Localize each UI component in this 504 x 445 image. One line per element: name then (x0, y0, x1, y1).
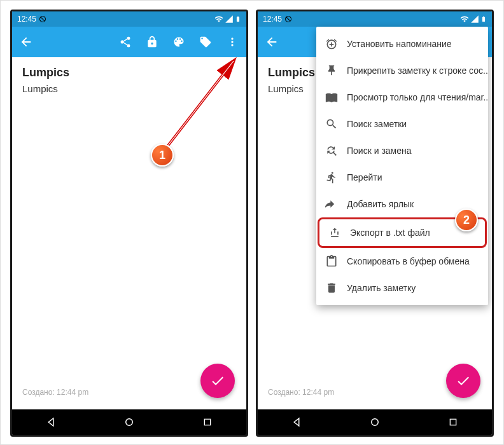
lock-button[interactable] (144, 34, 160, 50)
svg-rect-1 (204, 419, 210, 425)
status-bar: 12:45 (258, 11, 492, 27)
status-bar: 12:45 (12, 11, 246, 27)
menu-item-label: Удалить заметку (347, 283, 416, 293)
nav-recent[interactable] (445, 414, 461, 430)
search-icon (325, 118, 338, 130)
do-not-disturb-icon (284, 15, 292, 23)
save-fab[interactable] (446, 364, 480, 398)
menu-goto[interactable]: Перейти (316, 164, 488, 191)
menu-set-reminder[interactable]: Установить напоминание (316, 31, 488, 57)
overflow-menu-button[interactable] (225, 34, 240, 50)
menu-item-label: Экспорт в .txt файл (350, 228, 430, 238)
menu-item-label: Поиск и замена (347, 146, 412, 156)
do-not-disturb-icon (39, 15, 46, 23)
nav-back[interactable] (289, 414, 304, 430)
menu-item-label: Перейти (347, 172, 382, 182)
svg-line-3 (164, 61, 234, 151)
find-replace-icon (325, 144, 338, 157)
nav-recent[interactable] (200, 414, 215, 430)
menu-copy-clipboard[interactable]: Скопировать в буфер обмена (316, 248, 488, 275)
back-button[interactable] (264, 34, 279, 50)
menu-read-only[interactable]: Просмотр только для чтения/mar.. (316, 84, 488, 111)
svg-rect-5 (450, 419, 456, 425)
wifi-icon (214, 15, 223, 24)
nav-home[interactable] (122, 414, 137, 430)
phone-right: 12:45 Lumpics Lumpics Создано: 12:44 pm (256, 10, 494, 437)
annotation-badge-2: 2 (455, 209, 478, 231)
annotation-badge-1: 1 (151, 144, 174, 167)
menu-item-label: Поиск заметки (347, 119, 407, 129)
nav-bar (12, 409, 246, 435)
export-icon (328, 226, 341, 239)
signal-icon (225, 15, 234, 24)
share-button[interactable] (118, 34, 133, 50)
nav-bar (258, 409, 492, 435)
overflow-menu: Установить напоминание Прикрепить заметк… (316, 27, 488, 305)
run-icon (325, 171, 338, 184)
menu-delete-note[interactable]: Удалить заметку (316, 275, 488, 301)
battery-icon (480, 15, 487, 24)
save-fab[interactable] (200, 364, 235, 398)
status-time: 12:45 (17, 15, 36, 24)
menu-item-label: Прикрепить заметку к строке сос.. (347, 65, 488, 76)
battery-icon (235, 15, 241, 24)
clipboard-icon (325, 255, 338, 268)
palette-button[interactable] (171, 34, 186, 50)
status-time: 12:45 (263, 15, 282, 24)
book-icon (325, 91, 338, 104)
back-button[interactable] (18, 34, 34, 50)
menu-item-label: Добавить ярлык (347, 199, 414, 209)
menu-find-replace[interactable]: Поиск и замена (316, 137, 488, 164)
menu-item-label: Просмотр только для чтения/mar.. (347, 92, 488, 102)
nav-back[interactable] (43, 414, 59, 430)
menu-pin-note[interactable]: Прикрепить заметку к строке сос.. (316, 57, 488, 84)
trash-icon (325, 282, 338, 294)
menu-search-note[interactable]: Поиск заметки (316, 111, 488, 137)
alarm-add-icon (325, 38, 338, 50)
nav-home[interactable] (367, 414, 382, 430)
menu-item-label: Скопировать в буфер обмена (347, 256, 470, 266)
signal-icon (470, 15, 479, 24)
pin-icon (325, 64, 338, 77)
created-label: Создано: 12:44 pm (22, 388, 88, 397)
redo-icon (325, 198, 338, 210)
svg-point-0 (126, 419, 133, 426)
menu-item-label: Установить напоминание (347, 39, 452, 49)
svg-point-4 (372, 419, 379, 426)
phone-left: 12:45 (10, 10, 248, 437)
tag-button[interactable] (198, 34, 213, 50)
wifi-icon (460, 15, 469, 24)
created-label: Создано: 12:44 pm (268, 388, 334, 397)
